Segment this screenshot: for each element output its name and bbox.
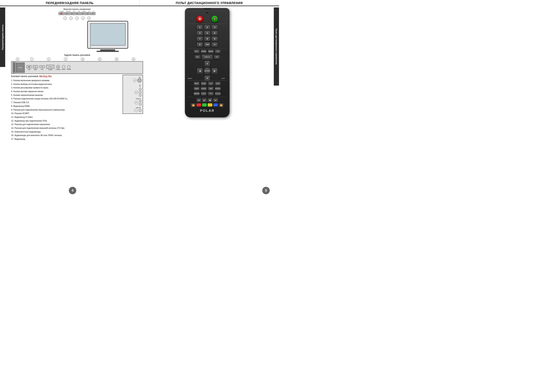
color-btn-red[interactable] (196, 103, 201, 107)
side-num-15: 15 (135, 91, 138, 94)
btn-rew[interactable]: ⏪ (191, 103, 196, 107)
btn-7[interactable]: 7 (197, 36, 203, 41)
btn-8[interactable]: 8 (204, 36, 210, 41)
row-subpage-hold: SUBPAGE HOLD TXT NICAM/A2 (188, 92, 227, 96)
desc-1: 1. Кнопка включения дежурного режима. (11, 79, 121, 82)
audio-in-row: 16 (124, 100, 141, 105)
btn-cancel[interactable]: CANCEL (201, 87, 207, 91)
nav-down-button[interactable]: ▼ (204, 76, 210, 81)
btn-0[interactable]: 0 (197, 42, 203, 47)
color-btn-blue[interactable] (213, 103, 218, 107)
ir-emitter (205, 12, 209, 14)
desc-14: 14. Разъем для подключения внешней антен… (11, 126, 121, 130)
divider-4 (188, 97, 227, 97)
btn-back[interactable]: ↩ (211, 42, 218, 47)
btn-sleep[interactable]: SLEEP (201, 82, 207, 86)
num-2: 2 (69, 17, 73, 20)
row-playback-1: ⏮ ▶ ⏹ ⏭ (188, 98, 227, 102)
btn-prev[interactable]: ⏮ (196, 98, 201, 102)
btn-subpage[interactable]: SUBPAGE (194, 92, 200, 96)
exit-label: EXIT (222, 78, 225, 79)
btn-input[interactable]: INPUT (194, 82, 200, 86)
side-section: Боковая панель разъемов McGrp.Ru 1. Кноп… (11, 75, 143, 141)
nav-up-button[interactable]: ▲ (204, 61, 210, 66)
desc-11: 11. Видеовход S-Video (11, 115, 121, 119)
btn-4[interactable]: 4 (197, 31, 203, 35)
divider-1 (188, 24, 227, 24)
menu-label: MENU (188, 78, 192, 79)
page-number-5: 5 (262, 187, 270, 194)
rear-panel-box: AC IN ⬛ USB ▬ HDMI (11, 61, 143, 74)
desc-8: 8. Видеовход HDMI. (11, 104, 121, 108)
btn-play-pause[interactable]: ▶ (202, 98, 207, 102)
btn-size[interactable]: SIZE (208, 87, 214, 91)
comp-port-2 (139, 91, 141, 94)
btn-9[interactable]: 9 (211, 36, 218, 41)
ch-minus-btn (92, 13, 94, 14)
top-panel-label: Верхняя панель управления (11, 8, 143, 10)
video-in-label: Video IN (124, 107, 141, 108)
btn-ffw[interactable]: ⏩ (219, 103, 224, 107)
desc-9: 9. Разъем для подключения персонального … (11, 108, 121, 112)
vol-plus-btn (71, 13, 73, 14)
btn-auto[interactable]: AUTO (215, 82, 221, 86)
btn-ratio[interactable]: 16:9 (208, 82, 214, 86)
audio-rca-l (139, 103, 141, 105)
side-panel-header: Боковая панель разъемов McGrp.Ru (11, 75, 121, 78)
video-in-row: 17 (124, 109, 141, 112)
btn-reveal[interactable]: REVEAL (215, 87, 221, 91)
nav-right-button[interactable]: ▶ (212, 68, 218, 74)
page-number-4: 4 (69, 187, 76, 194)
btn-6[interactable]: 6 (211, 31, 218, 35)
row-num-123: 1 2 3 (188, 25, 227, 30)
side-connector-diagram: RF 14 PrPbY 15 Audio IN (122, 75, 143, 114)
btn-ch-up-side[interactable]: CH+ (215, 50, 221, 53)
btn-txt[interactable]: TXT (208, 92, 214, 96)
desc-15: 15. Компонентные видеовходы. (11, 130, 121, 134)
color-btn-green[interactable] (202, 103, 207, 107)
btn-vol-up-side[interactable]: VOL+ (194, 50, 200, 53)
btn-ch-down-side[interactable]: CH- (214, 55, 220, 59)
btn-gnr[interactable]: GNR (204, 42, 210, 47)
btn-next[interactable]: ⏭ (213, 98, 218, 102)
enter-button[interactable]: ENTER (204, 68, 210, 74)
desc-7: 7. Разъем USB 2.0. (11, 101, 121, 104)
btn-index[interactable]: INDEX (194, 87, 200, 91)
remote-container: ⏻ 🔇 1 2 3 4 5 6 (185, 8, 229, 117)
row-color-btns: ⏪ ⏩ (188, 103, 227, 107)
top-bar-labels: POWER SOURCE VOL+ VOL- MENU CH+ CH- (58, 11, 96, 12)
mute-button[interactable]: 🔇 (211, 16, 218, 23)
right-panel: ⏻ 🔇 1 2 3 4 5 6 (145, 7, 273, 142)
desc-2: 2. Кнопка выбора источника видеосигнала. (11, 82, 121, 86)
btn-vol-down-side[interactable]: VOL- (195, 55, 201, 59)
color-btn-yellow[interactable] (208, 103, 212, 107)
audio-port: AUDIO (62, 65, 66, 70)
num-4: 4 (81, 17, 85, 20)
page-headers: ПЕРЕДНЯЯ/ЗАДНЯЯ ПАНЕЛЬ ПУЛЬТ ДИСТАНЦИОНН… (0, 0, 279, 6)
power-button[interactable]: ⏻ (196, 16, 203, 23)
btn-hold[interactable]: HOLD (201, 92, 207, 96)
description-list: 1. Кнопка включения дежурного режима. 2.… (11, 79, 121, 141)
btn-3[interactable]: 3 (211, 25, 218, 30)
rear-num-7: 7 (30, 58, 34, 61)
row-pmode-smode: VOL+ PMODE SMODE CH+ (188, 50, 227, 53)
menu-btn (82, 13, 83, 14)
desc-6: 6. Разъем подключения шнура питания 100-… (11, 97, 121, 100)
rf-label: RF (124, 77, 141, 78)
btn-1[interactable]: 1 (197, 25, 203, 30)
btn-5[interactable]: 5 (204, 31, 210, 35)
btn-stop[interactable]: ⏹ (208, 98, 212, 102)
btn-pmode[interactable]: PMODE (201, 50, 207, 53)
rear-panel-label: Задняя панель разъемов (11, 54, 143, 56)
divider-2 (188, 48, 227, 48)
btn-nicam[interactable]: NICAM/A2 (215, 92, 221, 96)
remote-top-notch (203, 8, 211, 10)
num-5: 5 (87, 17, 91, 20)
btn-2[interactable]: 2 (204, 25, 210, 30)
video-rca (139, 109, 141, 112)
nav-left-button[interactable]: ◀ (197, 68, 202, 74)
rear-section: Задняя панель разъемов 6 7 8 9 10 11 12 … (11, 54, 143, 74)
btn-smode[interactable]: SMODE (208, 50, 214, 53)
btn-display[interactable]: DISPLAY (202, 54, 213, 60)
desc-3: 3. Кнопки регулировки громкости звука. (11, 86, 121, 89)
